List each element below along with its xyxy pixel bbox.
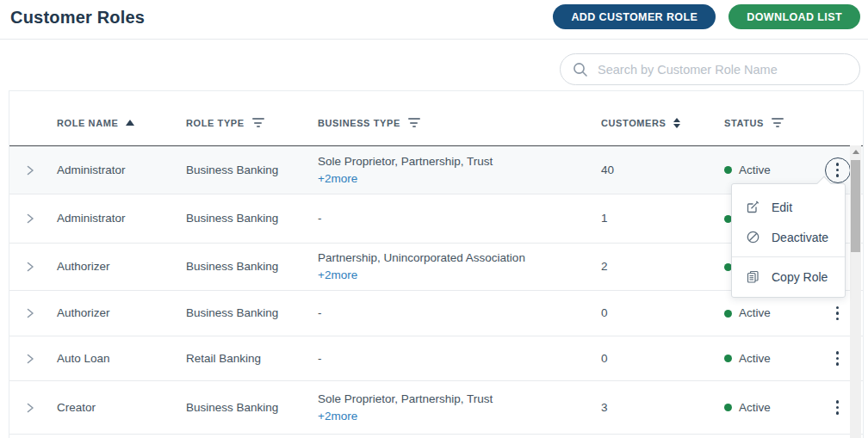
chevron-right-icon xyxy=(25,307,35,319)
table-row: Auto Loan Retail Banking - 0 Active xyxy=(9,336,863,381)
role-name-cell: Authorizer xyxy=(57,258,186,275)
business-type-cell: - xyxy=(318,210,601,227)
column-header-role-name[interactable]: ROLE NAME xyxy=(57,118,186,128)
business-type-cell: Sole Proprietor, Partnership, Trust +2mo… xyxy=(318,391,601,424)
chevron-right-icon xyxy=(25,402,35,414)
menu-item-copy-role[interactable]: Copy Role xyxy=(732,262,845,292)
chevron-right-icon xyxy=(25,164,35,176)
column-header-status[interactable]: STATUS xyxy=(724,118,812,128)
business-type-value: Sole Proprietor, Partnership, Trust xyxy=(318,155,493,168)
menu-item-label: Copy Role xyxy=(772,270,828,284)
filter-icon[interactable] xyxy=(252,118,264,127)
business-type-value: - xyxy=(318,212,322,225)
status-cell: Active xyxy=(724,305,812,322)
customers-cell: 0 xyxy=(601,350,724,367)
customers-cell: 2 xyxy=(601,258,724,275)
business-type-value: - xyxy=(318,352,322,365)
business-type-cell: - xyxy=(318,350,601,367)
search-input[interactable] xyxy=(596,62,847,77)
customers-cell: 3 xyxy=(601,399,724,416)
roles-table: ROLE NAME ROLE TYPE BUSINESS TYPE CUSTOM… xyxy=(9,90,864,438)
role-name-cell: Auto Loan xyxy=(57,350,186,367)
expand-row-button[interactable] xyxy=(9,261,57,273)
triangle-up-icon xyxy=(852,150,859,154)
row-menu-button[interactable] xyxy=(825,346,851,372)
role-type-cell: Business Banking xyxy=(186,305,318,322)
more-link[interactable]: +2more xyxy=(318,267,357,284)
filter-icon[interactable] xyxy=(408,118,420,127)
filter-icon[interactable] xyxy=(772,118,784,127)
row-menu-button[interactable] xyxy=(825,300,851,326)
more-link[interactable]: +2more xyxy=(318,170,357,188)
business-type-cell: Partnership, Unincorporated Association … xyxy=(318,250,601,283)
scroll-up-button[interactable] xyxy=(850,145,861,158)
role-name-cell: Administrator xyxy=(57,162,186,179)
status-dot-icon xyxy=(724,355,732,362)
status-dot-icon xyxy=(724,166,732,174)
table-header-row: ROLE NAME ROLE TYPE BUSINESS TYPE CUSTOM… xyxy=(9,91,863,146)
status-cell: Active xyxy=(724,399,812,416)
row-menu-button[interactable] xyxy=(825,395,851,421)
role-name-cell: Administrator xyxy=(57,210,186,227)
expand-row-button[interactable] xyxy=(9,213,57,225)
status-dot-icon xyxy=(724,310,732,318)
menu-item-label: Edit xyxy=(772,200,792,214)
business-type-cell: Sole Proprietor, Partnership, Trust +2mo… xyxy=(318,153,601,187)
expand-row-button[interactable] xyxy=(9,164,57,176)
menu-item-deactivate[interactable]: Deactivate xyxy=(732,222,845,252)
column-header-business-type[interactable]: BUSINESS TYPE xyxy=(318,118,601,128)
expand-row-button[interactable] xyxy=(9,353,57,365)
column-label: STATUS xyxy=(724,118,764,128)
business-type-value: Sole Proprietor, Partnership, Trust xyxy=(318,392,493,405)
expand-row-button[interactable] xyxy=(9,402,57,414)
status-badge: Active xyxy=(739,162,771,179)
status-cell: Active xyxy=(724,350,812,367)
role-type-cell: Business Banking xyxy=(186,258,318,275)
chevron-right-icon xyxy=(25,213,35,225)
column-label: ROLE TYPE xyxy=(186,118,245,128)
customers-cell: 40 xyxy=(601,162,724,179)
menu-item-label: Deactivate xyxy=(772,231,828,244)
role-type-cell: Business Banking xyxy=(186,210,318,227)
customers-cell: 1 xyxy=(601,210,724,227)
search-box[interactable] xyxy=(560,53,860,85)
column-header-role-type[interactable]: ROLE TYPE xyxy=(186,118,318,128)
customers-cell: 0 xyxy=(601,305,724,322)
status-badge: Active xyxy=(739,399,771,416)
status-cell: Active xyxy=(724,162,812,179)
column-label: CUSTOMERS xyxy=(601,118,666,128)
role-name-cell: Creator xyxy=(57,399,186,416)
scrollbar-thumb[interactable] xyxy=(851,160,860,252)
business-type-value: - xyxy=(318,306,322,319)
page-title: Customer Roles xyxy=(10,8,145,28)
chevron-right-icon xyxy=(25,261,35,273)
copy-icon xyxy=(746,269,760,284)
row-context-menu: Edit Deactivate xyxy=(731,183,846,298)
menu-divider xyxy=(732,256,845,257)
add-customer-role-button[interactable]: ADD CUSTOMER ROLE xyxy=(553,4,716,29)
role-type-cell: Business Banking xyxy=(186,399,318,416)
expand-row-button[interactable] xyxy=(9,307,57,319)
column-label: ROLE NAME xyxy=(57,118,118,128)
business-type-value: Partnership, Unincorporated Association xyxy=(318,251,525,264)
header-divider xyxy=(0,39,868,40)
top-buttons: ADD CUSTOMER ROLE DOWNLOAD LIST xyxy=(553,4,860,29)
column-header-customers[interactable]: CUSTOMERS xyxy=(601,118,724,128)
chevron-right-icon xyxy=(25,353,35,365)
download-list-button[interactable]: DOWNLOAD LIST xyxy=(728,4,860,29)
deactivate-icon xyxy=(746,230,760,244)
search-icon xyxy=(573,62,588,77)
status-badge: Active xyxy=(739,305,771,322)
vertical-scrollbar[interactable] xyxy=(850,145,861,438)
menu-item-edit[interactable]: Edit xyxy=(732,192,845,222)
sort-ascending-icon[interactable] xyxy=(126,120,134,126)
more-link[interactable]: +2more xyxy=(318,408,357,425)
role-type-cell: Retail Banking xyxy=(186,350,318,367)
edit-icon xyxy=(746,200,760,214)
row-menu-button[interactable] xyxy=(825,157,851,183)
role-type-cell: Business Banking xyxy=(186,162,318,179)
customer-roles-page: Customer Roles ADD CUSTOMER ROLE DOWNLOA… xyxy=(0,0,868,438)
table-row: Creator Business Banking Sole Proprietor… xyxy=(9,381,863,435)
status-badge: Active xyxy=(739,350,771,367)
sort-icon[interactable] xyxy=(673,118,680,128)
